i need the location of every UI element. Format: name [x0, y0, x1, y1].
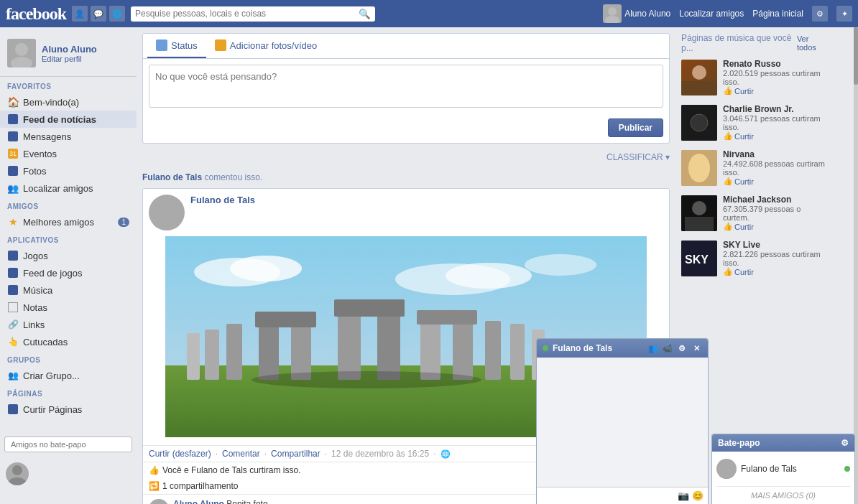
sidebar-item-links[interactable]: 🔗 Links [0, 316, 137, 333]
sidebar-item-messages[interactable]: Mensagens [0, 128, 137, 145]
dot1: · [216, 449, 218, 459]
sidebar-item-like-pages[interactable]: Curtir Páginas [0, 401, 137, 418]
sky-like-btn[interactable]: 👍 Curtir [723, 267, 828, 276]
chat-window-fulano: Fulano de Tals 👥 📹 ⚙ ✕ 📷 😊 [536, 338, 709, 504]
chat-settings-icon[interactable]: ⚙ [676, 342, 688, 354]
search-button[interactable]: 🔍 [359, 9, 371, 19]
sidebar-item-find-friends[interactable]: 👥 Localizar amigos [0, 179, 137, 197]
add-friend-icon[interactable]: 👥 [647, 342, 659, 354]
video-call-icon[interactable]: 📹 [662, 342, 673, 354]
sidebar-item-feed[interactable]: Feed de notícias [0, 111, 137, 128]
svg-rect-26 [226, 324, 242, 380]
chat-search-container [0, 432, 137, 457]
charlie-like-btn[interactable]: 👍 Curtir [723, 131, 828, 141]
camera-icon[interactable]: 📷 [678, 490, 689, 501]
tab-photo-video[interactable]: Adicionar fotos/vídeo [206, 34, 326, 58]
sidebar-item-best-friends[interactable]: ★ Melhores amigos 1 [0, 213, 137, 230]
nirvana-like-btn[interactable]: 👍 Curtir [723, 177, 828, 186]
find-friends-link[interactable]: Localizar amigos [679, 9, 744, 19]
post-user-avatar [149, 195, 185, 230]
chat-user-name: Fulano de Tals [553, 343, 612, 353]
music-item-sky: SKY SKY Live 2.821.226 pessoas curtiram … [681, 240, 828, 276]
status-input[interactable] [149, 65, 663, 108]
sidebar-item-pokes[interactable]: 👆 Cutucadas [0, 333, 137, 350]
chat-search-input[interactable] [4, 437, 132, 452]
renato-name[interactable]: Renato Russo [723, 59, 828, 69]
sidebar-item-games[interactable]: Jogos [0, 247, 137, 264]
sidebar-label-feed-games: Feed de jogos [23, 268, 82, 279]
sidebar-user-row [0, 459, 137, 488]
sidebar-label-pokes: Cutucadas [23, 337, 68, 347]
sidebar-item-photos[interactable]: Fotos [0, 162, 137, 179]
sky-name[interactable]: SKY Live [723, 240, 828, 250]
bate-papo-title: Bate-papo [718, 438, 760, 448]
comment-text: Bonita foto [226, 499, 267, 504]
michael-name[interactable]: Michael Jackson [723, 195, 828, 205]
photo-tab-icon [215, 39, 226, 51]
chat-online-dot [543, 345, 548, 351]
share-action[interactable]: Compartilhar [271, 449, 320, 459]
thumb-up-icon: 👍 [149, 465, 160, 475]
status-tab-icon [156, 39, 167, 51]
comment-action[interactable]: Comentar [222, 449, 260, 459]
svg-rect-25 [510, 324, 525, 380]
renato-like-btn[interactable]: 👍 Curtir [723, 86, 828, 95]
sidebar-label-welcome: Bem-vindo(a) [23, 97, 79, 108]
svg-rect-29 [187, 333, 200, 380]
sidebar-item-welcome[interactable]: 🏠 Bem-vindo(a) [0, 93, 137, 111]
comment-user-name[interactable]: Aluno Aluno [173, 499, 224, 504]
charlie-name[interactable]: Charlie Brown Jr. [723, 104, 828, 114]
search-input[interactable] [135, 9, 359, 19]
sidebar-label-events: Eventos [23, 149, 57, 159]
music-item-nirvana: Nirvana 24.492.608 pessoas curtiram isso… [681, 149, 828, 186]
close-chat-icon[interactable]: ✕ [691, 342, 702, 354]
bate-papo-user-row: Fulano de Tals [716, 456, 850, 482]
sort-bar[interactable]: CLASSIFICAR ▾ [142, 149, 670, 165]
sidebar-item-events[interactable]: 31 Eventos [0, 145, 137, 162]
activity-user-link[interactable]: Fulano de Tals [142, 172, 202, 182]
favorites-section-title: FAVORITOS [0, 77, 137, 93]
nirvana-name[interactable]: Nirvana [723, 149, 828, 159]
sidebar-item-notes[interactable]: Notas [0, 299, 137, 316]
bate-papo-settings-icon[interactable]: ⚙ [841, 438, 849, 448]
music-item-charlie: Charlie Brown Jr. 3.046.571 pessoas curt… [681, 104, 828, 141]
see-all-link[interactable]: Ver todos [797, 34, 828, 52]
bate-papo-header: Bate-papo ⚙ [712, 434, 854, 452]
bate-papo-user-name[interactable]: Fulano de Tals [741, 464, 797, 474]
edit-profile-link[interactable]: Editar perfil [42, 55, 97, 63]
home-link[interactable]: Página inicial [752, 9, 803, 19]
sidebar-item-create-group[interactable]: 👥 Criar Grupo... [0, 367, 137, 384]
settings-icon[interactable]: ⚙ [812, 6, 828, 22]
emoji-icon[interactable]: 😊 [692, 490, 704, 501]
find-friends-icon: 👥 [7, 182, 19, 194]
tab-status[interactable]: Status [147, 34, 206, 58]
sidebar-label-find-friends: Localizar amigos [23, 183, 93, 194]
michael-thumb [681, 195, 717, 231]
sky-info: SKY Live 2.821.226 pessoas curtiram isso… [723, 240, 828, 276]
sidebar-user-name[interactable]: Aluno Aluno [42, 44, 97, 55]
links-icon: 🔗 [7, 319, 19, 330]
friends-icon[interactable]: 👤 [72, 6, 88, 22]
sidebar-avatar [7, 39, 36, 67]
post-user-name[interactable]: Fulano de Tals [190, 195, 255, 205]
gear-icon[interactable]: ✦ [836, 6, 852, 22]
svg-point-45 [719, 472, 734, 479]
chat-message-input[interactable] [541, 491, 675, 501]
facebook-logo[interactable]: facebook [6, 4, 66, 24]
pages-section-title: PÁGINAS [0, 384, 137, 401]
sidebar-item-feed-games[interactable]: Feed de jogos [0, 264, 137, 281]
scroll-thumb[interactable] [854, 27, 858, 85]
publish-button[interactable]: Publicar [608, 118, 663, 137]
music-item-renato: Renato Russo 2.020.519 pessoas curtiram … [681, 59, 828, 95]
charlie-info: Charlie Brown Jr. 3.046.571 pessoas curt… [723, 104, 828, 141]
michael-like-btn[interactable]: 👍 Curtir [723, 222, 828, 231]
sidebar-item-music[interactable]: Música [0, 281, 137, 299]
right-nav: Aluno Aluno Localizar amigos Página inic… [603, 4, 852, 23]
svg-rect-34 [681, 81, 717, 95]
messages-icon[interactable]: 💬 [91, 6, 106, 22]
activity-notice: Fulano de Tals comentou isso. [142, 169, 670, 185]
globe-icon[interactable]: 🌐 [109, 6, 125, 22]
user-link[interactable]: Aluno Aluno [603, 4, 670, 23]
like-action[interactable]: Curtir (desfazer) [149, 449, 211, 459]
svg-rect-20 [334, 299, 405, 317]
